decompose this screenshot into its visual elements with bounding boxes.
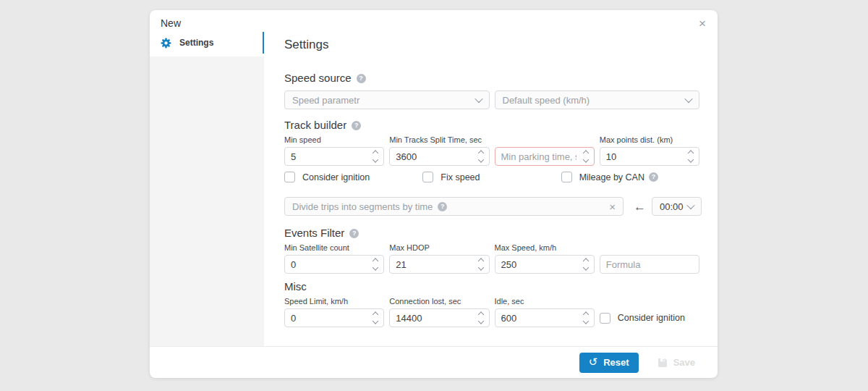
min-speed-field: Min speed xyxy=(284,135,384,166)
formula-input[interactable] xyxy=(600,255,699,274)
section-title-misc: Misc xyxy=(284,281,699,293)
section-title-events-filter: Events Filter ? xyxy=(284,227,699,239)
track-builder-fields-row: Min speed Min Tracks Split Time, sec xyxy=(284,135,699,166)
speed-source-row: Speed parametr Default speed (km/h) xyxy=(284,91,699,109)
max-speed-field: Max Speed, km/h xyxy=(495,243,595,274)
modal-header: New × xyxy=(150,10,718,32)
max-hdop-input[interactable] xyxy=(389,255,489,274)
sidebar-background xyxy=(150,56,264,346)
stepper-icon[interactable] xyxy=(373,313,378,324)
idle-field: Idle, sec xyxy=(495,297,595,327)
stepper-icon[interactable] xyxy=(584,313,588,324)
field-label: Min Tracks Split Time, sec xyxy=(389,135,489,144)
gear-icon xyxy=(161,38,171,49)
help-icon[interactable]: ? xyxy=(357,74,366,83)
divide-trips-row: Divide trips into segments by time ? × ←… xyxy=(284,197,699,216)
chevron-down-icon xyxy=(684,95,692,103)
min-parking-time-field xyxy=(495,135,595,166)
field-label: Speed Limit, km/h xyxy=(284,297,384,306)
sidebar-item-label: Settings xyxy=(179,38,213,48)
misc-consider-ignition-checkbox[interactable]: Consider ignition xyxy=(600,308,699,327)
checkbox-label: Consider ignition xyxy=(618,313,685,323)
section-title-speed-source: Speed source ? xyxy=(284,72,699,84)
time-dropdown-value: 00:00 xyxy=(660,201,684,212)
idle-input[interactable] xyxy=(495,308,595,327)
field-label: Min Satellite count xyxy=(284,243,384,252)
max-points-dist-input[interactable] xyxy=(600,147,699,166)
checkbox-icon[interactable] xyxy=(422,172,433,182)
min-satellite-count-input[interactable] xyxy=(284,255,384,274)
arrow-left-icon[interactable]: ← xyxy=(634,201,646,213)
connection-lost-field: Connection lost, sec xyxy=(389,297,489,327)
divide-trips-combobox[interactable]: Divide trips into segments by time ? × xyxy=(284,197,624,216)
modal-footer: ↺ Reset Save xyxy=(150,346,718,378)
sidebar-item-settings[interactable]: Settings xyxy=(150,32,264,54)
settings-modal: New × Settings xyxy=(150,10,718,378)
stepper-icon[interactable] xyxy=(479,259,483,270)
consider-ignition-checkbox[interactable]: Consider ignition xyxy=(284,172,422,182)
checkbox-label: Fix speed xyxy=(441,172,480,182)
min-speed-input[interactable] xyxy=(284,147,384,166)
reset-button[interactable]: ↺ Reset xyxy=(579,353,639,373)
help-icon[interactable]: ? xyxy=(649,172,658,182)
field-label: Max points dist. (km) xyxy=(600,135,699,144)
track-builder-checkbox-row: Consider ignition Fix speed Mileage by C… xyxy=(284,172,699,182)
checkbox-label: Mileage by CAN ? xyxy=(579,172,658,182)
divide-trips-placeholder: Divide trips into segments by time xyxy=(292,201,433,212)
checkbox-icon[interactable] xyxy=(600,313,610,324)
min-tracks-split-time-field: Min Tracks Split Time, sec xyxy=(389,135,489,166)
reset-icon: ↺ xyxy=(589,356,598,367)
checkbox-icon[interactable] xyxy=(284,172,295,182)
help-icon[interactable]: ? xyxy=(349,229,359,238)
stepper-icon[interactable] xyxy=(479,151,483,162)
modal-title: New xyxy=(161,17,181,29)
settings-panel: Settings Speed source ? Speed parametr D… xyxy=(264,32,718,346)
save-button[interactable]: Save xyxy=(653,353,699,373)
close-icon[interactable]: × xyxy=(697,17,707,30)
field-label: Max Speed, km/h xyxy=(495,243,595,252)
page-title: Settings xyxy=(284,38,699,52)
stepper-icon[interactable] xyxy=(373,259,378,270)
stepper-icon[interactable] xyxy=(373,151,378,162)
checkbox-label: Consider ignition xyxy=(302,172,370,182)
help-icon[interactable]: ? xyxy=(352,121,361,130)
chevron-down-icon xyxy=(475,95,482,103)
formula-field xyxy=(600,243,699,274)
modal-body: Settings Settings Speed source ? Speed p… xyxy=(150,32,718,346)
speed-limit-input[interactable] xyxy=(284,308,384,327)
misc-consider-ignition-field: Consider ignition xyxy=(600,297,699,327)
speed-parameter-dropdown[interactable]: Speed parametr xyxy=(284,91,490,109)
help-icon[interactable]: ? xyxy=(438,202,447,211)
time-dropdown[interactable]: 00:00 xyxy=(652,197,702,216)
max-hdop-field: Max HDOP xyxy=(389,243,489,274)
sidebar: Settings xyxy=(150,32,264,346)
min-tracks-split-time-input[interactable] xyxy=(389,147,489,166)
speed-limit-field: Speed Limit, km/h xyxy=(284,297,384,327)
mileage-by-can-checkbox[interactable]: Mileage by CAN ? xyxy=(561,172,699,182)
min-parking-time-input[interactable] xyxy=(495,147,595,166)
stepper-icon[interactable] xyxy=(584,151,588,162)
stepper-icon[interactable] xyxy=(479,313,483,324)
field-label: Connection lost, sec xyxy=(389,297,489,306)
field-label: Min speed xyxy=(284,135,384,144)
save-icon xyxy=(658,358,668,368)
field-label: Max HDOP xyxy=(389,243,489,252)
fix-speed-checkbox[interactable]: Fix speed xyxy=(422,172,561,182)
min-satellite-count-field: Min Satellite count xyxy=(284,243,384,274)
max-speed-input[interactable] xyxy=(495,255,595,274)
clear-icon[interactable]: × xyxy=(609,201,616,212)
stepper-icon[interactable] xyxy=(689,151,693,162)
default-speed-dropdown[interactable]: Default speed (km/h) xyxy=(495,91,700,109)
connection-lost-input[interactable] xyxy=(389,308,489,327)
field-label: Idle, sec xyxy=(495,297,595,306)
events-filter-fields-row: Min Satellite count Max HDOP Max Speed, … xyxy=(284,243,699,274)
max-points-dist-field: Max points dist. (km) xyxy=(600,135,699,166)
checkbox-icon[interactable] xyxy=(561,172,572,182)
misc-fields-row: Speed Limit, km/h Connection lost, sec I… xyxy=(284,297,699,327)
stepper-icon[interactable] xyxy=(584,259,588,270)
speed-parameter-dropdown-value: Speed parametr xyxy=(292,95,359,106)
default-speed-dropdown-value: Default speed (km/h) xyxy=(503,95,590,106)
chevron-down-icon xyxy=(686,201,694,209)
section-title-track-builder: Track builder ? xyxy=(284,119,699,131)
